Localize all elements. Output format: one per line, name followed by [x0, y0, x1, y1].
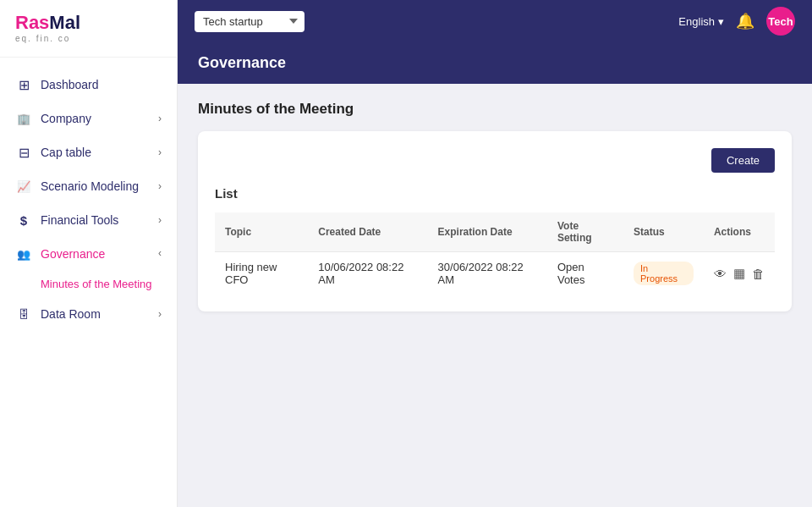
scenario-icon	[15, 178, 32, 195]
topbar-right: English ▾ 🔔 Tech	[678, 7, 795, 36]
col-vote-setting: Vote Setting	[547, 212, 623, 252]
user-initials: Tech	[768, 15, 793, 28]
governance-submenu: Minutes of the Meeting	[0, 271, 177, 297]
logo-text: RasMal	[15, 14, 162, 32]
sidebar-item-company-label: Company	[41, 112, 91, 125]
language-selector[interactable]: English ▾	[678, 15, 724, 28]
sidebar-item-minutes[interactable]: Minutes of the Meeting	[41, 271, 177, 297]
page-title: Governance	[198, 54, 286, 71]
company-arrow-icon: ›	[158, 113, 162, 124]
cell-created-date: 10/06/2022 08:22 AM	[308, 252, 427, 295]
sidebar-item-captable-label: Cap table	[41, 146, 91, 159]
card-header: Create	[215, 148, 775, 173]
minutes-label: Minutes of the Meeting	[41, 278, 152, 290]
create-button[interactable]: Create	[711, 148, 775, 173]
sidebar-item-company[interactable]: Company ›	[0, 102, 177, 135]
main-content: Tech startup English ▾ 🔔 Tech Governance…	[178, 0, 812, 507]
col-created-date: Created Date	[308, 212, 427, 252]
user-avatar[interactable]: Tech	[766, 7, 795, 36]
sidebar-item-financial-label: Financial Tools	[41, 213, 118, 227]
notification-bell-icon[interactable]: 🔔	[736, 12, 754, 30]
col-status: Status	[623, 212, 704, 252]
cell-expiration-date: 30/06/2022 08:22 AM	[428, 252, 547, 295]
sidebar-item-dataroom-label: Data Room	[41, 307, 101, 321]
page-header: Governance	[178, 42, 812, 84]
content-area: Minutes of the Meeting Create List Topic…	[178, 84, 812, 328]
delete-icon[interactable]: 🗑	[752, 267, 765, 281]
section-heading: Minutes of the Meeting	[198, 101, 792, 118]
cell-topic: Hiring new CFO	[215, 252, 308, 295]
governance-arrow-icon: ›	[158, 248, 162, 260]
financial-arrow-icon: ›	[158, 214, 162, 226]
dataroom-icon	[15, 306, 32, 322]
sidebar: RasMal eq. fin. co Dashboard Company › C…	[0, 0, 178, 507]
language-label: English	[678, 15, 715, 28]
col-topic: Topic	[215, 212, 308, 252]
cell-status: In Progress	[623, 252, 704, 295]
dataroom-arrow-icon: ›	[158, 308, 162, 320]
table-body: Hiring new CFO 10/06/2022 08:22 AM 30/06…	[215, 252, 775, 295]
sidebar-item-governance[interactable]: Governance ›	[0, 237, 177, 271]
sidebar-item-dashboard-label: Dashboard	[41, 78, 99, 91]
sidebar-item-dataroom[interactable]: Data Room ›	[0, 297, 177, 331]
logo-sub: eq. fin. co	[15, 34, 162, 43]
company-icon	[15, 110, 32, 127]
governance-icon	[15, 245, 32, 262]
sidebar-item-scenario[interactable]: Scenario Modeling ›	[0, 169, 177, 203]
col-actions: Actions	[704, 212, 775, 252]
captable-icon	[15, 144, 32, 161]
financial-icon	[15, 212, 32, 229]
logo: RasMal eq. fin. co	[0, 0, 177, 58]
sidebar-item-governance-label: Governance	[41, 247, 105, 261]
topbar: Tech startup English ▾ 🔔 Tech	[178, 0, 812, 42]
table-header-row: Topic Created Date Expiration Date Vote …	[215, 212, 775, 252]
nav-menu: Dashboard Company › Cap table › Scenario…	[0, 58, 177, 507]
captable-arrow-icon: ›	[158, 146, 162, 158]
minutes-table: Topic Created Date Expiration Date Vote …	[215, 212, 775, 295]
dashboard-icon	[15, 76, 32, 93]
list-label: List	[215, 186, 775, 201]
scenario-arrow-icon: ›	[158, 180, 162, 192]
table-header: Topic Created Date Expiration Date Vote …	[215, 212, 775, 252]
actions-cell: 👁 ▦ 🗑	[714, 266, 765, 281]
workspace-selector[interactable]: Tech startup	[195, 11, 304, 32]
sidebar-item-captable[interactable]: Cap table ›	[0, 135, 177, 169]
sidebar-item-dashboard[interactable]: Dashboard	[0, 68, 177, 102]
main-card: Create List Topic Created Date Expiratio…	[198, 131, 792, 311]
sidebar-item-financial[interactable]: Financial Tools ›	[0, 203, 177, 237]
language-arrow-icon: ▾	[718, 15, 724, 28]
view-icon[interactable]: 👁	[714, 267, 727, 281]
cell-actions: 👁 ▦ 🗑	[704, 252, 775, 295]
status-badge: In Progress	[634, 262, 694, 285]
sidebar-item-scenario-label: Scenario Modeling	[41, 179, 139, 193]
table-row: Hiring new CFO 10/06/2022 08:22 AM 30/06…	[215, 252, 775, 295]
page-content-area: Minutes of the Meeting Create List Topic…	[178, 84, 812, 507]
edit-icon[interactable]: ▦	[733, 266, 745, 281]
col-expiration-date: Expiration Date	[428, 212, 547, 252]
cell-vote-setting: Open Votes	[547, 252, 623, 295]
